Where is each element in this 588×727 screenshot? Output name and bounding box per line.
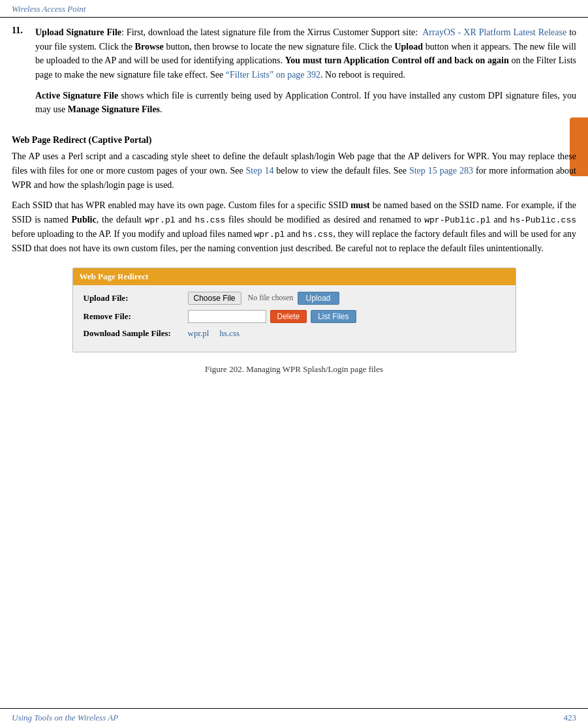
item-number: 11.: [12, 25, 35, 123]
footer-right: 423: [564, 713, 577, 723]
step15-link[interactable]: Step 15 page 283: [409, 166, 473, 176]
hs-public: hs-Public.css: [510, 215, 576, 225]
upload-signature-para: Upload Signature File: First, download t…: [35, 25, 576, 82]
numbered-item-11: 11. Upload Signature File: First, downlo…: [12, 25, 576, 123]
page-footer: Using Tools on the Wireless AP 423: [0, 708, 588, 727]
wpr-pl2: wpr.pl: [255, 230, 285, 240]
wpr-para1: The AP uses a Perl script and a cascadin…: [12, 149, 576, 192]
footer-left: Using Tools on the Wireless AP: [12, 713, 118, 723]
hs-css: hs.css: [194, 215, 225, 225]
upload-file-row: Upload File: Choose File No file chosen …: [84, 292, 505, 305]
page-header: Wireless Access Point: [0, 0, 588, 18]
screenshot-box: Web Page Redirect Upload File: Choose Fi…: [72, 268, 516, 352]
remove-file-input[interactable]: [188, 310, 266, 323]
arrayos-link[interactable]: ArrayOS - XR Platform Latest Release: [422, 27, 566, 37]
download-sample-label: Download Sample Files:: [84, 328, 188, 339]
screenshot-body: Upload File: Choose File No file chosen …: [73, 285, 516, 352]
screenshot-title-bar: Web Page Redirect: [73, 268, 516, 285]
hs-css-link[interactable]: hs.css: [219, 328, 240, 339]
remove-file-label: Remove File:: [84, 311, 188, 322]
no-file-text: No file chosen: [248, 293, 294, 303]
upload-button[interactable]: Upload: [298, 292, 339, 305]
delete-button[interactable]: Delete: [270, 310, 307, 323]
item-content: Upload Signature File: First, download t…: [35, 25, 576, 123]
wpr-pl: wpr.pl: [145, 215, 176, 225]
remove-controls: Delete List Files: [188, 310, 356, 323]
browse-bold: Browse: [135, 42, 164, 52]
section-heading: Web Page Redirect (Captive Portal): [12, 135, 576, 146]
upload-bold: Upload: [394, 42, 423, 52]
filter-lists-link[interactable]: “Filter Lists” on page 392: [226, 70, 320, 80]
upload-file-label: Upload File:: [84, 293, 188, 303]
list-files-button[interactable]: List Files: [311, 310, 356, 323]
web-page-redirect-section: Web Page Redirect (Captive Portal) The A…: [12, 135, 576, 375]
content-area: 11. Upload Signature File: First, downlo…: [0, 18, 588, 423]
active-signature-para: Active Signature File shows which file i…: [35, 89, 576, 117]
wpr-pl-link[interactable]: wpr.pl: [188, 328, 209, 339]
upload-controls: Choose File No file chosen Upload: [188, 292, 339, 305]
step14-link[interactable]: Step 14: [246, 166, 274, 176]
active-sig-label: Active Signature File: [35, 91, 118, 101]
public-bold: Public: [72, 215, 97, 224]
remove-file-row: Remove File: Delete List Files: [84, 310, 505, 323]
download-links: wpr.pl hs.css: [188, 328, 240, 339]
download-sample-row: Download Sample Files: wpr.pl hs.css: [84, 328, 505, 339]
must-bold: must: [350, 200, 370, 210]
choose-file-button[interactable]: Choose File: [188, 292, 241, 305]
wpr-public: wpr-Public.pl: [424, 215, 490, 225]
upload-signature-label: Upload Signature File: [35, 27, 121, 37]
figure-caption: Figure 202. Managing WPR Splash/Login pa…: [12, 364, 576, 375]
hs-css2: hs.css: [303, 230, 333, 240]
wpr-para2: Each SSID that has WPR enabled may have …: [12, 198, 576, 256]
header-title: Wireless Access Point: [12, 4, 85, 14]
you-must-bold: You must turn Application Control off an…: [285, 55, 509, 65]
manage-sig-bold: Manage Signature Files: [68, 104, 160, 114]
